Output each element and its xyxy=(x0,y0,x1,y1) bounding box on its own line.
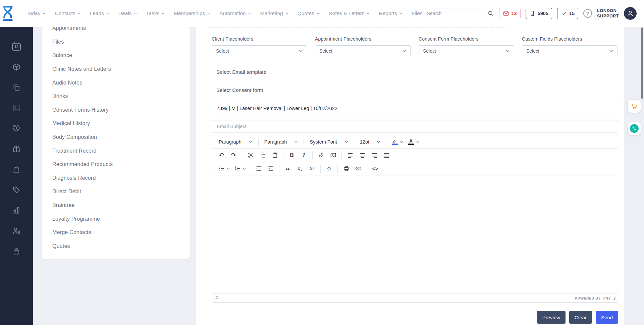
tag-icon[interactable] xyxy=(12,185,21,194)
nav-contacts[interactable]: Contacts xyxy=(55,10,80,16)
copy-windows-icon[interactable] xyxy=(12,83,21,92)
nav-deals[interactable]: Deals xyxy=(118,10,137,16)
sidebar-item-medical-history[interactable]: Medical History xyxy=(42,117,190,130)
font-select[interactable]: System Font xyxy=(306,136,351,148)
special-character-button[interactable]: Ω xyxy=(323,163,335,174)
clear-email-button[interactable]: Clear xyxy=(569,311,592,324)
consent-form-placeholders-select[interactable]: Select xyxy=(419,45,514,56)
send-email-button[interactable]: Send xyxy=(596,311,618,324)
history-icon[interactable] xyxy=(12,124,21,133)
format-select[interactable]: Paragraph xyxy=(261,136,302,148)
numbered-list-icon xyxy=(234,165,241,172)
align-left-button[interactable] xyxy=(344,150,356,161)
tasks-count: 15 xyxy=(569,11,575,16)
nav-files[interactable]: Files xyxy=(412,10,423,16)
lock-icon[interactable] xyxy=(12,247,21,256)
preview-email-button[interactable]: Preview xyxy=(537,311,566,324)
align-center-button[interactable] xyxy=(356,150,368,161)
avatar[interactable] xyxy=(624,7,637,20)
sidebar-item-consent-forms-history[interactable]: Consent Forms History xyxy=(42,103,190,117)
align-right-button[interactable] xyxy=(368,150,380,161)
account-name-line2: SUPPORT xyxy=(597,13,619,19)
preview-button[interactable] xyxy=(352,163,364,174)
search-icon[interactable] xyxy=(487,10,494,17)
nav-memberships[interactable]: Memberships xyxy=(174,10,210,16)
chart-icon[interactable] xyxy=(12,206,21,215)
select-consent-form-link[interactable]: Select Consent form xyxy=(216,87,263,93)
link-button[interactable] xyxy=(315,150,327,161)
chevron-down-icon xyxy=(377,141,380,143)
sidebar-item-clinic-notes-and-letters[interactable]: Clinic Notes and Letters xyxy=(42,62,190,76)
nav-tasks[interactable]: Tasks xyxy=(146,10,165,16)
calls-badge[interactable]: 5905 xyxy=(526,8,552,19)
insert-image-button[interactable] xyxy=(327,150,339,161)
italic-button[interactable]: I xyxy=(298,150,310,161)
font-size-select[interactable]: 12pt xyxy=(357,136,384,148)
nav-automation[interactable]: Automation xyxy=(219,10,251,16)
blockquote-button[interactable]: “ xyxy=(282,163,294,174)
sidebar-item-diagnosis-record[interactable]: Diagnosis Record xyxy=(42,171,190,185)
nav-reports[interactable]: Reports xyxy=(379,10,402,16)
nav-leads[interactable]: Leads xyxy=(90,10,109,16)
custom-fields-placeholders-select[interactable]: Select xyxy=(522,45,618,56)
recipient-input[interactable] xyxy=(212,102,618,114)
align-justify-button[interactable] xyxy=(380,150,392,161)
cart-float-button[interactable] xyxy=(628,100,641,113)
nav-quotes[interactable]: Quotes xyxy=(298,10,320,16)
tasks-badge[interactable]: 15 xyxy=(557,8,578,19)
source-code-button[interactable]: <> xyxy=(369,163,381,174)
sidebar-item-files[interactable]: Files xyxy=(42,35,190,49)
nav-marketing[interactable]: Marketing xyxy=(260,10,288,16)
client-placeholders-select[interactable]: Select xyxy=(212,45,307,56)
sidebar-item-direct-debit[interactable]: Direct Debit xyxy=(42,185,190,199)
sidebar-item-braintree[interactable]: Braintree xyxy=(42,199,190,212)
paste-button[interactable] xyxy=(269,150,281,161)
cut-button[interactable] xyxy=(245,150,257,161)
redo-button[interactable]: ↷ xyxy=(227,150,239,161)
subscript-button[interactable]: X₂ xyxy=(294,163,306,174)
app-logo[interactable] xyxy=(0,5,15,22)
nav-today[interactable]: Today xyxy=(26,10,46,16)
text-color-menu-button[interactable] xyxy=(415,136,420,148)
sidebar-item-quotes[interactable]: Quotes xyxy=(42,239,190,253)
sidebar-item-appointments[interactable]: Appointments xyxy=(42,27,190,35)
gift-icon[interactable] xyxy=(12,145,21,153)
copy-button[interactable] xyxy=(257,150,269,161)
highlight-color-menu-button[interactable] xyxy=(399,136,404,148)
superscript-button[interactable]: X² xyxy=(306,163,318,174)
undo-button[interactable]: ↶ xyxy=(215,150,227,161)
nav-notes-letters[interactable]: Notes & Letters xyxy=(329,10,370,16)
package-icon[interactable] xyxy=(12,63,21,71)
sidebar-item-treatment-record[interactable]: Treatment Record xyxy=(42,144,190,158)
nav-label: Reports xyxy=(379,10,397,16)
phone-float-button[interactable] xyxy=(628,122,641,135)
print-button[interactable] xyxy=(340,163,352,174)
shopping-bag-icon[interactable] xyxy=(12,165,21,174)
sidebar-item-balance[interactable]: Balance xyxy=(42,49,190,62)
sidebar-item-drinks[interactable]: Drinks xyxy=(42,90,190,103)
sidebar-item-audio-notes[interactable]: Audio Notes xyxy=(42,76,190,90)
numbered-list-menu-button[interactable] xyxy=(241,163,247,174)
style-select[interactable]: Paragraph xyxy=(215,136,256,148)
editor-body[interactable] xyxy=(212,175,618,293)
gallery-icon[interactable] xyxy=(12,104,21,112)
tiny-branding: POWERED BY TINY xyxy=(575,296,616,300)
search-input[interactable] xyxy=(423,8,484,19)
sidebar-item-recommended-products[interactable]: Recommended Products xyxy=(42,158,190,171)
indent-button[interactable] xyxy=(265,163,277,174)
outdent-button[interactable] xyxy=(253,163,265,174)
user-clock-icon[interactable] xyxy=(12,226,21,235)
sidebar-item-body-composition[interactable]: Body Composition xyxy=(42,130,190,144)
appointment-placeholders-select[interactable]: Select xyxy=(315,45,411,56)
sidebar-item-merge-contacts[interactable]: Merge Contacts xyxy=(42,226,190,239)
email-subject-input[interactable] xyxy=(212,120,618,132)
bullet-list-menu-button[interactable] xyxy=(225,163,231,174)
resize-handle-icon[interactable] xyxy=(612,297,616,300)
inbox-badge[interactable]: 13 xyxy=(499,8,521,19)
select-email-template-link[interactable]: Select Email template xyxy=(216,69,266,75)
help-icon[interactable]: ? xyxy=(583,9,592,18)
sidebar-item-loyalty-programme[interactable]: Loyalty Programme xyxy=(42,212,190,226)
bold-button[interactable]: B xyxy=(286,150,298,161)
calendar-icon[interactable]: 12 xyxy=(12,42,21,51)
page-scrollbar[interactable] xyxy=(641,28,643,99)
